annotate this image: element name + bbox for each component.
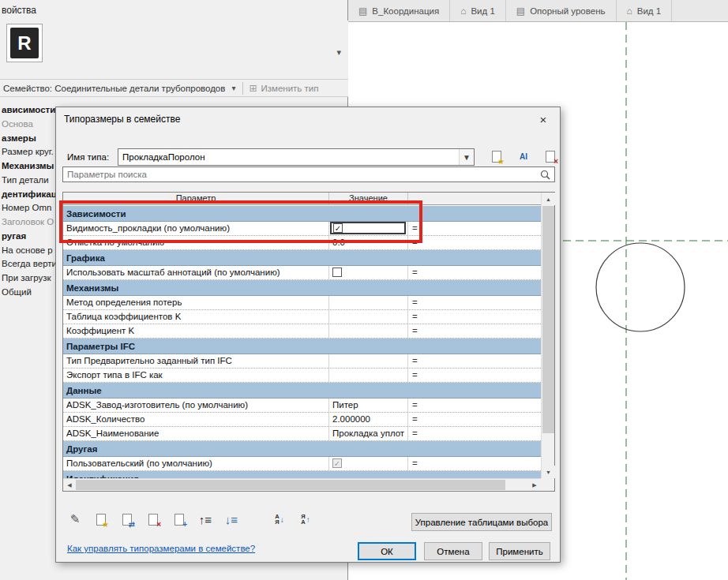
home-icon: ⌂ bbox=[627, 6, 632, 17]
new-type-icon[interactable]: ★ bbox=[487, 148, 506, 165]
horizontal-scrollbar-thumb[interactable] bbox=[76, 480, 505, 490]
parameter-row[interactable]: Метод определения потерь= bbox=[63, 296, 541, 310]
move-down-icon[interactable]: ↓≡ bbox=[222, 511, 241, 528]
delete-type-icon[interactable]: × bbox=[541, 148, 560, 165]
parameter-value[interactable] bbox=[329, 354, 408, 368]
parameter-name: Тип Предварительно заданный тип IFC bbox=[63, 354, 329, 368]
parameter-row[interactable]: ADSK_НаименованиеПрокладка уплот= bbox=[63, 427, 541, 441]
family-selector-dropdown-icon[interactable]: ▾ bbox=[231, 84, 235, 92]
parameter-formula[interactable]: = bbox=[408, 427, 541, 440]
parameter-row[interactable]: ADSK_Завод-изготовитель (по умолчанию)Пи… bbox=[63, 399, 541, 413]
scroll-down-icon[interactable]: ▼ bbox=[542, 466, 555, 478]
manage-lookup-tables-button[interactable]: Управление таблицами выбора bbox=[411, 513, 552, 531]
parameter-row[interactable]: ADSK_Количество2.000000= bbox=[63, 413, 541, 427]
sort-ascending-icon[interactable]: АЯ↓ bbox=[270, 511, 289, 528]
parameter-formula[interactable]: = bbox=[408, 354, 541, 368]
family-type-thumbnail[interactable]: R bbox=[6, 24, 43, 62]
checkbox-checked-icon[interactable]: ✓ bbox=[333, 223, 343, 233]
parameter-value[interactable] bbox=[329, 296, 408, 309]
search-input[interactable] bbox=[63, 167, 540, 181]
family-selector-label[interactable]: Семейство: Соединительные детали трубопр… bbox=[3, 84, 225, 93]
parameter-formula[interactable]: = bbox=[408, 413, 541, 426]
section-row[interactable]: Зависимости bbox=[63, 206, 541, 222]
parameter-row[interactable]: Коэффициент K= bbox=[63, 324, 541, 339]
parameter-row[interactable]: Пользовательский (по умолчанию)✓= bbox=[63, 457, 541, 471]
section-row[interactable]: Механизмы bbox=[63, 280, 541, 296]
column-header-parameter[interactable]: Параметр bbox=[63, 193, 329, 204]
type-name-combobox[interactable]: ПрокладкаПоролон ▼ bbox=[118, 148, 475, 166]
parameter-row[interactable]: Тип Предварительно заданный тип IFC= bbox=[63, 354, 541, 369]
copy-parameter-icon[interactable]: + bbox=[170, 511, 189, 528]
value-editor[interactable]: ✓ bbox=[330, 222, 406, 234]
checkbox-unchecked-icon[interactable] bbox=[332, 268, 342, 277]
help-link[interactable]: Как управлять типоразмерами в семействе? bbox=[67, 544, 255, 553]
parameter-name: Использовать масштаб аннотаций (по умолч… bbox=[63, 266, 329, 279]
parameter-row[interactable]: Видимость_прокладки (по умолчанию)✓= bbox=[63, 222, 541, 236]
section-row[interactable]: Параметры IFC bbox=[63, 339, 541, 354]
edit-type-button[interactable]: ⊞ Изменить тип bbox=[249, 83, 318, 94]
view-tab[interactable]: ⌂Вид 1 bbox=[617, 0, 673, 21]
parameter-row[interactable]: Отметка по умолчанию0.0= bbox=[63, 236, 541, 250]
section-row[interactable]: Другая bbox=[63, 441, 541, 457]
parameter-value[interactable] bbox=[329, 369, 408, 382]
horizontal-scrollbar[interactable]: ◀ ▶ bbox=[63, 478, 541, 491]
parameter-value[interactable]: Прокладка уплот bbox=[329, 427, 408, 440]
parameter-value[interactable] bbox=[329, 310, 408, 324]
parameter-formula[interactable]: = bbox=[408, 310, 541, 324]
parameter-formula[interactable]: = bbox=[408, 296, 541, 309]
vertical-scrollbar[interactable]: ▲ ▼ bbox=[541, 193, 554, 478]
view-icon: ▤ bbox=[358, 6, 367, 17]
section-row[interactable]: Идентификация bbox=[63, 471, 541, 478]
edit-type-label: Изменить тип bbox=[261, 84, 318, 93]
circle-geometry[interactable] bbox=[596, 243, 685, 331]
parameter-formula[interactable]: = bbox=[408, 266, 541, 279]
section-label: Данные bbox=[66, 386, 102, 395]
type-selector-dropdown-icon[interactable]: ▾ bbox=[336, 47, 341, 58]
scroll-up-icon[interactable]: ▲ bbox=[542, 193, 555, 205]
parameter-row[interactable]: Экспорт типа в IFC как= bbox=[63, 369, 541, 383]
parameter-row[interactable]: Использовать масштаб аннотаций (по умолч… bbox=[63, 266, 541, 280]
parameter-formula[interactable]: = bbox=[408, 457, 541, 470]
column-header-value[interactable]: Значение bbox=[329, 193, 408, 204]
section-row[interactable]: Графика bbox=[63, 250, 541, 266]
edit-parameter-icon[interactable]: ✎ bbox=[66, 511, 84, 528]
parameter-row[interactable]: Таблица коэффициентов K= bbox=[63, 310, 541, 324]
parameter-formula[interactable]: = bbox=[408, 399, 541, 412]
scroll-left-icon[interactable]: ◀ bbox=[63, 479, 76, 491]
parameter-value[interactable]: 2.000000 bbox=[329, 413, 408, 426]
parameter-value[interactable]: ✓ bbox=[329, 457, 408, 470]
view-tab-label: Опорный уровень bbox=[530, 6, 605, 16]
view-tab[interactable]: ▤В_Координация bbox=[348, 0, 450, 21]
new-parameter-icon[interactable]: ★ bbox=[92, 511, 111, 528]
dialog-close-icon[interactable]: × bbox=[527, 107, 560, 131]
parameter-value[interactable]: Питер bbox=[329, 399, 408, 412]
search-box bbox=[62, 167, 555, 182]
ok-button[interactable]: ОК bbox=[358, 542, 416, 560]
dialog-toolbar: ✎★⇄×+↑≡↓≡АЯ↓ЯА↑ bbox=[66, 511, 315, 528]
parameter-formula[interactable]: = bbox=[408, 324, 541, 338]
sort-descending-icon[interactable]: ЯА↑ bbox=[296, 511, 315, 528]
apply-button[interactable]: Применить bbox=[489, 542, 550, 560]
scroll-right-icon[interactable]: ▶ bbox=[528, 479, 541, 491]
parameter-value[interactable] bbox=[329, 324, 408, 338]
section-row[interactable]: Данные bbox=[63, 383, 541, 399]
paste-parameter-icon[interactable]: ⇄ bbox=[118, 511, 137, 528]
parameter-value[interactable] bbox=[329, 266, 408, 279]
view-tab[interactable]: ⌂Вид 1 bbox=[450, 0, 506, 21]
delete-parameter-icon[interactable]: × bbox=[144, 511, 163, 528]
view-tab[interactable]: ▤Опорный уровень bbox=[506, 0, 617, 21]
parameter-value[interactable]: ✓ bbox=[329, 222, 408, 235]
chevron-down-icon[interactable]: ▼ bbox=[459, 149, 474, 165]
vertical-scrollbar-thumb[interactable] bbox=[542, 206, 554, 433]
parameter-formula[interactable]: = bbox=[408, 369, 541, 382]
parameter-value[interactable]: 0.0 bbox=[329, 236, 408, 249]
parameter-name: ADSK_Количество bbox=[63, 413, 329, 426]
move-up-icon[interactable]: ↑≡ bbox=[196, 511, 215, 528]
parameter-formula[interactable]: = bbox=[408, 222, 541, 235]
view-tab-label: Вид 1 bbox=[471, 6, 494, 16]
rename-type-icon[interactable]: АI bbox=[514, 148, 533, 165]
section-label: Параметры IFC bbox=[66, 342, 135, 351]
parameter-formula[interactable]: = bbox=[408, 236, 541, 249]
view-tab-label: В_Координация bbox=[372, 6, 439, 16]
cancel-button[interactable]: Отмена bbox=[424, 542, 482, 560]
